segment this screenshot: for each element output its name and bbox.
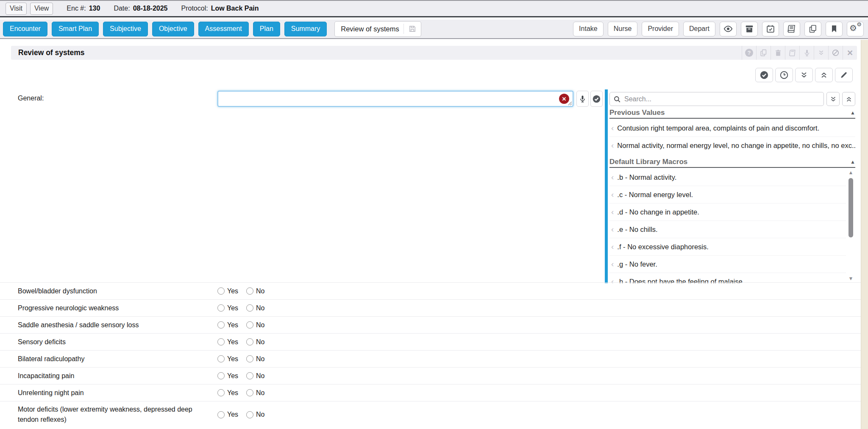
confirm-button[interactable] [590,91,603,107]
radio-circle[interactable] [246,304,253,312]
expand-all-button[interactable] [826,92,840,106]
microphone-icon[interactable] [799,46,814,60]
radio-yes[interactable]: Yes [217,355,246,363]
radio-yes-label: Yes [227,355,238,363]
macros-header[interactable]: Default Library Macros ▲ [609,156,855,168]
book-icon-button[interactable] [783,22,800,36]
nurse-button[interactable]: Nurse [608,22,638,36]
pencil-button[interactable] [835,68,853,82]
radio-yes[interactable]: Yes [217,389,246,397]
check-circle-button[interactable] [755,68,773,82]
eye-icon-button[interactable] [720,22,737,36]
macros-scrollbar[interactable]: ▲ ▼ [848,169,854,283]
protocol-value: Low Back Pain [211,5,259,12]
save-icon[interactable] [408,25,417,33]
macro-item[interactable]: ‹ .c - Normal energy level. [609,186,846,203]
triangle-up-icon[interactable]: ▲ [850,110,855,116]
triangle-up-icon[interactable]: ▲ [850,159,855,165]
radio-yes[interactable]: Yes [217,338,246,346]
copy-icon[interactable] [756,46,771,60]
nav-plan[interactable]: Plan [253,22,280,36]
previous-values-header[interactable]: Previous Values ▲ [609,107,855,119]
radio-no[interactable]: No [246,389,275,397]
trash-icon[interactable] [771,46,785,60]
radio-circle[interactable] [217,304,225,312]
radio-no[interactable]: No [246,372,275,380]
macro-item[interactable]: ‹ .h - Does not have the feeling of mala… [609,273,846,283]
double-chevron-up-button[interactable] [815,68,833,82]
microphone-button[interactable] [576,91,589,107]
copy-icon-button[interactable] [804,22,821,36]
previous-value-item[interactable]: ‹ Contusion right temporal area, complai… [609,120,855,137]
radio-no[interactable]: No [246,304,275,312]
macro-item[interactable]: ‹ .b - Normal activity. [609,169,846,186]
nav-subjective[interactable]: Subjective [103,22,148,36]
nav-assessment[interactable]: Assessment [198,22,249,36]
radio-circle[interactable] [246,389,253,396]
radio-circle[interactable] [217,372,225,379]
radio-circle[interactable] [217,287,225,295]
cancel-icon[interactable] [828,46,843,60]
general-input[interactable] [220,92,555,104]
intake-button[interactable]: Intake [573,22,604,36]
nav-summary[interactable]: Summary [284,22,327,36]
radio-circle[interactable] [217,321,225,329]
resize-handle[interactable] [568,101,572,106]
nav-smart-plan[interactable]: Smart Plan [52,22,99,36]
radio-yes[interactable]: Yes [217,321,246,329]
radio-circle[interactable] [217,389,225,396]
view-button[interactable]: View [30,3,53,15]
radio-yes[interactable]: Yes [217,372,246,380]
help-icon[interactable]: ? [742,46,756,60]
previous-values-list: ‹ Contusion right temporal area, complai… [609,120,855,154]
tab-review-of-systems[interactable]: Review of systems [334,21,421,37]
radio-circle[interactable] [217,355,225,362]
macro-item[interactable]: ‹ .d - No change in appetite. [609,203,846,221]
close-icon[interactable]: ✕ [843,46,857,60]
radio-no[interactable]: No [246,287,275,295]
depart-button[interactable]: Depart [683,22,715,36]
radio-yes[interactable]: Yes [217,287,246,295]
book-icon[interactable] [785,46,799,60]
page-scrollbar-track[interactable] [861,40,868,429]
chevron-left-icon: ‹ [611,124,614,132]
provider-button[interactable]: Provider [642,22,679,36]
radio-circle[interactable] [246,321,253,329]
clock-button[interactable] [775,68,793,82]
radio-circle[interactable] [246,338,253,345]
bookmark-icon-button[interactable] [826,22,843,36]
archive-icon-button[interactable] [741,22,758,36]
radio-yes[interactable]: Yes [217,411,246,418]
radio-no[interactable]: No [246,338,275,346]
gears-icon-button[interactable]: ⚙⚙ [847,22,864,36]
nav-objective[interactable]: Objective [152,22,194,36]
radio-no[interactable]: No [246,355,275,363]
previous-value-item[interactable]: ‹ Normal activity, normal energy level, … [609,137,855,154]
radio-no-label: No [256,389,264,397]
double-chevron-down-icon[interactable] [814,46,828,60]
macro-item[interactable]: ‹ .e - No chills. [609,221,846,238]
double-chevron-down-button[interactable] [795,68,813,82]
radio-yes[interactable]: Yes [217,304,246,312]
nav-encounter[interactable]: Encounter [3,22,47,36]
radio-circle[interactable] [217,338,225,345]
radio-circle[interactable] [246,372,253,379]
search-input[interactable] [623,95,820,103]
radio-circle[interactable] [217,411,225,418]
scroll-down-icon[interactable]: ▼ [848,276,854,281]
radio-circle[interactable] [246,411,253,418]
radio-no[interactable]: No [246,321,275,329]
radio-circle[interactable] [246,287,253,295]
radio-circle[interactable] [246,355,253,362]
scrollbar-thumb[interactable] [849,178,853,237]
book-icon [787,24,796,33]
visit-button[interactable]: Visit [6,3,27,15]
scroll-up-icon[interactable]: ▲ [848,170,854,176]
macro-item[interactable]: ‹ .f - No excessive diaphoresis. [609,238,846,256]
macro-item[interactable]: ‹ .g - No fever. [609,256,846,273]
search-box[interactable] [609,92,824,106]
calendar-check-icon-button[interactable] [762,22,779,36]
macro-text: .e - No chills. [617,226,657,234]
collapse-all-button[interactable] [842,92,855,106]
radio-no[interactable]: No [246,411,275,418]
